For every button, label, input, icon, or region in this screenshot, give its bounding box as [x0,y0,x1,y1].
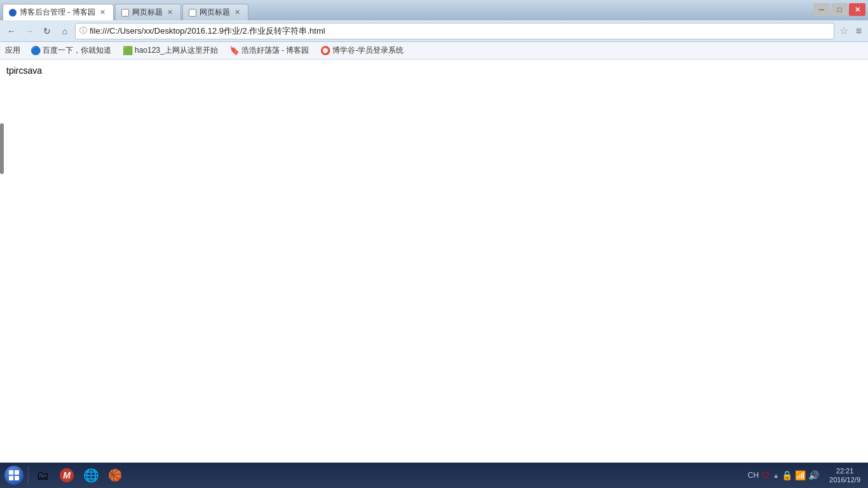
bookmarks-bar: 应用 🔵 百度一下，你就知道 🟩 hao123_上网从这里开始 🔖 浩浩好荡荡 … [0,42,868,60]
chrome-icon: 🌐 [83,468,99,483]
taskbar-icon-game[interactable]: M [55,464,78,486]
security-icon[interactable]: 🔒 [782,470,792,480]
svg-rect-3 [15,476,19,480]
refresh-button[interactable]: ↻ [39,24,55,39]
address-bar[interactable]: ⓘ file:///C:/Users/xx/Desktop/2016.12.9作… [75,23,834,39]
antivirus-icon[interactable]: 🛡 [761,470,770,480]
tab1-close[interactable]: ✕ [98,8,108,18]
language-indicator[interactable]: CH [748,471,759,480]
close-button[interactable]: ✕ [849,3,865,16]
bm2-label: hao123_上网从这里开始 [135,45,218,56]
scrollbar-indicator[interactable] [0,123,4,174]
tab-2[interactable]: 网页标题 ✕ [115,4,181,20]
browser-window: 博客后台管理 - 博客园 ✕ 网页标题 ✕ 网页标题 ✕ ─ □ ✕ [0,0,868,488]
tab1-favicon [8,8,17,17]
bm4-icon: ⭕ [320,46,330,55]
svg-rect-2 [9,476,13,480]
tab1-label: 博客后台管理 - 博客园 [20,7,95,18]
taskbar-icon-files[interactable]: 🗂 [31,464,54,486]
clock-date: 2016/12/9 [829,475,860,484]
home-button[interactable]: ⌂ [57,24,72,39]
bm3-icon: 🔖 [229,46,240,55]
tab3-label: 网页标题 [200,7,230,18]
tab3-close[interactable]: ✕ [233,8,243,18]
back-button[interactable]: ← [4,24,19,39]
game-icon: M [60,468,74,482]
menu-button[interactable]: ≡ [853,25,864,37]
start-button[interactable] [3,464,25,486]
bookmark-2[interactable]: 🟩 hao123_上网从这里开始 [119,44,222,57]
network-icon[interactable]: 📶 [795,470,806,480]
bookmark-1[interactable]: 🔵 百度一下，你就知道 [27,44,115,57]
bm1-icon: 🔵 [31,46,41,55]
tab2-favicon [121,8,130,17]
bm3-label: 浩浩好荡荡 - 博客园 [241,45,309,56]
address-text: file:///C:/Users/xx/Desktop/2016.12.9作业/… [90,25,830,37]
tab-3[interactable]: 网页标题 ✕ [182,4,248,20]
page-main-text: tpircsava [6,65,42,76]
files-icon: 🗂 [36,468,49,483]
tab-1[interactable]: 博客后台管理 - 博客园 ✕ [3,4,114,20]
apps-label: 应用 [5,45,20,56]
taskbar: 🗂 M 🌐 🏀 CH 🛡 ▲ 🔒 📶 🔊 22:21 2016/12/9 [0,463,868,488]
bm1-label: 百度一下，你就知道 [43,45,111,56]
system-tray: CH 🛡 ▲ 🔒 📶 🔊 [744,470,823,480]
clock-time: 22:21 [836,466,854,475]
up-arrow-icon[interactable]: ▲ [773,472,779,479]
taskbar-icon-chrome[interactable]: 🌐 [79,464,102,486]
bookmark-4[interactable]: ⭕ 博学谷-学员登录系统 [316,44,407,57]
title-bar: 博客后台管理 - 博客园 ✕ 网页标题 ✕ 网页标题 ✕ ─ □ ✕ [0,0,868,20]
bm4-label: 博学谷-学员登录系统 [332,45,403,56]
tab3-favicon [188,8,197,17]
bookmark-star-button[interactable]: ☆ [837,25,851,37]
svg-rect-0 [9,470,13,475]
window-controls: ─ □ ✕ [813,3,865,17]
jordan-icon: 🏀 [108,468,122,482]
page-content: tpircsava [0,60,868,463]
tab-bar: 博客后台管理 - 博客园 ✕ 网页标题 ✕ 网页标题 ✕ [3,0,813,20]
clock[interactable]: 22:21 2016/12/9 [824,466,865,485]
forward-button[interactable]: → [22,24,37,39]
tab2-label: 网页标题 [132,7,163,18]
info-icon: ⓘ [79,25,87,36]
nav-bar: ← → ↻ ⌂ ⓘ file:///C:/Users/xx/Desktop/20… [0,20,868,42]
start-orb-icon [4,466,24,485]
bookmark-3[interactable]: 🔖 浩浩好荡荡 - 博客园 [226,44,313,57]
taskbar-icon-jordan[interactable]: 🏀 [104,464,126,486]
minimize-button[interactable]: ─ [813,3,830,16]
svg-rect-1 [15,470,19,475]
taskbar-separator-1 [28,466,29,484]
bm2-icon: 🟩 [123,46,133,55]
tab2-close[interactable]: ✕ [165,8,175,18]
maximize-button[interactable]: □ [831,3,848,16]
volume-icon[interactable]: 🔊 [808,470,819,480]
